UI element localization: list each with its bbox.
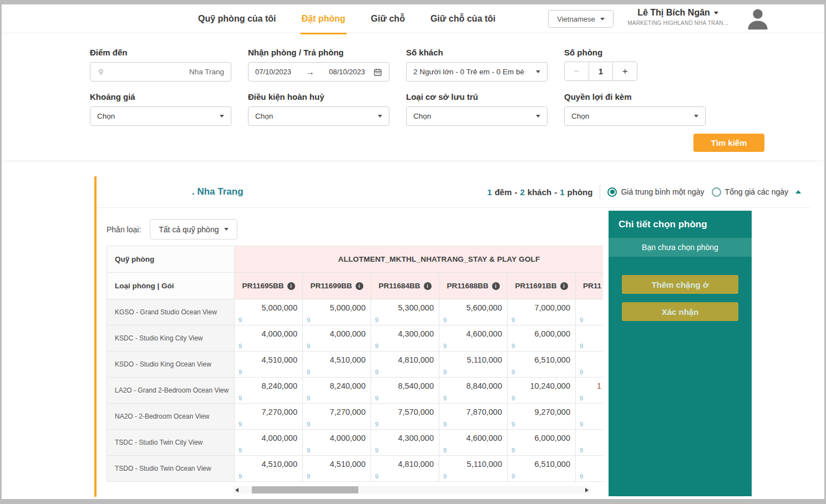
tab-hold[interactable]: Giữ chỗ xyxy=(371,4,405,33)
price-cell[interactable]: 7,000,0009 xyxy=(508,299,576,325)
price-cell[interactable]: 7,270,0009 xyxy=(235,404,303,430)
price-mode-total[interactable]: Tổng giá các ngày xyxy=(712,187,788,197)
price-cell[interactable]: 6,510,0009 xyxy=(508,456,576,482)
info-icon[interactable]: i xyxy=(424,282,432,290)
availability-badge: 9 xyxy=(443,317,447,323)
price-cell[interactable]: 9 xyxy=(576,456,604,482)
info-icon[interactable]: i xyxy=(560,282,568,290)
property-type-select[interactable]: Chọn xyxy=(406,106,548,126)
price-cell[interactable]: 6,510,0009 xyxy=(508,352,576,378)
rate-code: PR11695BB xyxy=(242,282,283,290)
price-cell[interactable]: 5,110,0009 xyxy=(439,456,508,482)
rate-code-header: PR11695BBi xyxy=(235,273,303,299)
results-card: . Nha Trang 1 đêm - 2 khách - 1 phòng Gi… xyxy=(94,176,810,497)
tab-my-room-fund[interactable]: Quỹ phòng của tôi xyxy=(198,4,276,33)
filter-label: Phân loại: xyxy=(107,225,141,234)
price-cell[interactable]: 8,840,0009 xyxy=(439,378,508,404)
price-cell[interactable]: 4,810,0009 xyxy=(371,456,439,482)
availability-badge: 9 xyxy=(580,473,583,480)
chevron-up-icon[interactable] xyxy=(795,190,801,194)
guests-select[interactable]: 2 Người lớn - 0 Trẻ em - 0 Em bé xyxy=(406,62,548,82)
quantity-stepper: − 1 + xyxy=(564,62,637,81)
price-cell[interactable]: 5,110,0009 xyxy=(439,352,508,378)
price-cell[interactable]: 4,510,0009 xyxy=(303,456,371,482)
decrease-rooms-button[interactable]: − xyxy=(565,62,589,80)
scroll-left-icon[interactable] xyxy=(235,488,239,492)
availability-badge: 9 xyxy=(375,343,378,349)
table-row: TSDO - Studio Twin Ocean View 4,510,0009… xyxy=(107,456,604,482)
price-cell[interactable]: 8,240,0009 xyxy=(235,378,303,404)
price-cell[interactable]: 19 xyxy=(576,378,604,404)
tab-booking[interactable]: Đặt phòng xyxy=(301,4,345,33)
price-cell[interactable]: 4,300,0009 xyxy=(371,325,439,352)
price-cell[interactable]: 9 xyxy=(576,299,604,325)
availability-badge: 9 xyxy=(511,343,515,349)
scroll-right-icon[interactable] xyxy=(585,488,589,492)
room-type-cell: TSDO - Studio Twin Ocean View xyxy=(107,456,235,482)
price-mode-average[interactable]: Giá trung bình một ngày xyxy=(607,187,704,197)
avatar[interactable] xyxy=(745,6,771,32)
scrollbar-thumb[interactable] xyxy=(252,486,358,493)
tab-my-hold[interactable]: Giữ chỗ của tôi xyxy=(430,4,495,33)
dates-label: Nhận phòng / Trả phòng xyxy=(248,48,389,57)
price-cell[interactable]: 9 xyxy=(576,404,604,430)
user-menu[interactable]: Lê Thị Bích Ngân MARKETING HIGHLAND NHA … xyxy=(612,8,744,26)
price-cell[interactable]: 4,000,0009 xyxy=(235,430,303,456)
table-row: KSDO - Studio King Ocean View 4,510,0009… xyxy=(107,352,604,378)
price-cell[interactable]: 7,270,0009 xyxy=(303,404,371,430)
fund-filter-select[interactable]: Tất cả quỹ phòng xyxy=(150,219,237,240)
price-cell[interactable]: 4,300,0009 xyxy=(371,430,439,456)
benefits-select[interactable]: Chọn xyxy=(564,106,706,126)
price-cell[interactable]: 4,000,0009 xyxy=(303,325,371,352)
horizontal-scrollbar[interactable] xyxy=(233,486,591,493)
price-cell[interactable]: 4,510,0009 xyxy=(235,456,303,482)
price-cell[interactable]: 6,000,0009 xyxy=(508,430,576,456)
price-cell[interactable]: 9 xyxy=(576,325,604,352)
add-stay-leg-button[interactable]: Thêm chặng ở xyxy=(622,275,738,294)
price-cell[interactable]: 4,810,0009 xyxy=(371,352,439,378)
benefits-label: Quyền lợi đi kèm xyxy=(564,92,706,101)
cancellation-select[interactable]: Chọn xyxy=(248,106,389,126)
info-icon[interactable]: i xyxy=(356,282,363,290)
price-cell[interactable]: 7,570,0009 xyxy=(371,404,439,430)
price-cell[interactable]: 7,870,0009 xyxy=(439,404,508,430)
price-cell[interactable]: 4,000,0009 xyxy=(303,430,371,456)
caret-down-icon xyxy=(536,70,540,73)
rate-code: PR11688BB xyxy=(447,282,488,290)
caret-down-icon xyxy=(694,115,698,118)
date-range-input[interactable]: 07/10/2023 → 08/10/2023 xyxy=(248,62,389,82)
price-cell[interactable]: 8,240,0009 xyxy=(303,378,371,404)
price-cell[interactable]: 4,600,0009 xyxy=(439,325,508,352)
price-cell[interactable]: 4,600,0009 xyxy=(439,430,508,456)
price-cell[interactable]: 5,600,0009 xyxy=(439,299,508,325)
rate-code-header: PR11684BBi xyxy=(371,273,439,299)
price-cell[interactable]: 10,240,0009 xyxy=(508,378,576,404)
destination-input[interactable]: Nha Trang xyxy=(90,62,231,82)
cancellation-label: Điều kiện hoàn huỷ xyxy=(248,92,389,101)
availability-badge: 9 xyxy=(511,421,515,427)
price-cell[interactable]: 6,000,0009 xyxy=(508,325,576,352)
price-cell[interactable]: 4,510,0009 xyxy=(303,352,371,378)
info-icon[interactable]: i xyxy=(287,282,295,290)
availability-badge: 9 xyxy=(375,421,378,427)
price-cell[interactable]: 4,000,0009 xyxy=(235,325,303,352)
price-cell[interactable]: 9 xyxy=(576,352,604,378)
price-range-select[interactable]: Chọn xyxy=(90,106,231,126)
price-cell[interactable]: 8,540,0009 xyxy=(371,378,439,404)
confirm-button[interactable]: Xác nhận xyxy=(622,302,738,321)
price-cell[interactable]: 9,270,0009 xyxy=(508,404,576,430)
increase-rooms-button[interactable]: + xyxy=(612,62,637,80)
price-cell[interactable]: 5,000,0009 xyxy=(303,299,371,325)
results-header: . Nha Trang 1 đêm - 2 khách - 1 phòng Gi… xyxy=(97,176,810,208)
price-cell[interactable]: 5,000,0009 xyxy=(235,299,303,325)
search-button[interactable]: Tìm kiếm xyxy=(693,134,764,152)
checkin-date: 07/10/2023 xyxy=(255,68,291,76)
language-selector[interactable]: Vietnamese xyxy=(548,10,614,28)
price-cell[interactable]: 5,300,0009 xyxy=(371,299,439,325)
vertical-divider xyxy=(600,185,600,199)
info-icon[interactable]: i xyxy=(492,282,500,290)
summary-rooms-unit: phòng xyxy=(567,187,593,197)
price-cell[interactable]: 4,510,0009 xyxy=(235,352,303,378)
price-cell[interactable]: 9 xyxy=(576,430,604,456)
rate-code: PR11699BB xyxy=(310,282,352,290)
